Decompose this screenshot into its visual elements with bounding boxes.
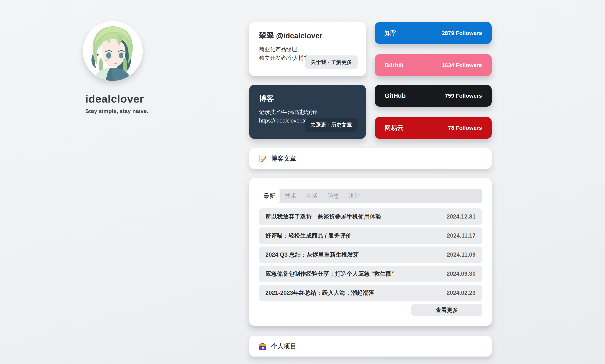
blog-posts-panel: 最新 技术 生活 随想 测评 所以我放弃了双持—兼谈折叠屏手机使用体验 2024…	[249, 178, 492, 326]
article-row[interactable]: 好评喵：轻松生成商品 / 服务评价 2024.11.17	[259, 227, 482, 244]
blog-card: 博客 记录技术/生活/随想/测评 https://idealclover.top…	[249, 85, 366, 139]
page-title: idealclover	[85, 92, 225, 105]
posts-tabbar: 最新 技术 生活 随想 测评	[259, 189, 482, 203]
article-row[interactable]: 应急储备包制作经验分享：打造个人应急 “救生圈” 2024.09.30	[259, 266, 482, 282]
article-date: 2024.11.17	[447, 232, 476, 239]
social-card-name: 网易云	[385, 124, 404, 132]
section-blog-posts: 博客文章	[249, 148, 492, 169]
tab-thoughts[interactable]: 随想	[323, 189, 344, 203]
blog-card-line: 记录技术/生活/随想/测评	[259, 108, 356, 116]
more-row: 查看更多	[259, 304, 482, 316]
avatar	[83, 21, 143, 81]
social-card-netease[interactable]: 网易云 78 Followers	[375, 117, 492, 139]
social-card-name: 知乎	[385, 29, 397, 37]
social-card-zhihu[interactable]: 知乎 2879 Followers	[375, 22, 492, 44]
section-title: 个人项目	[271, 342, 296, 351]
article-row[interactable]: 所以我放弃了双持—兼谈折叠屏手机使用体验 2024.12.31	[259, 208, 482, 225]
social-stack-bottom: GitHub 759 Followers 网易云 78 Followers	[375, 85, 492, 139]
social-card-bilibili[interactable]: Bilibili 1634 Followers	[375, 54, 492, 76]
social-card-followers: 1634 Followers	[442, 62, 482, 68]
social-stack-top: 知乎 2879 Followers Bilibili 1634 Follower…	[375, 22, 492, 76]
about-more-button[interactable]: 关于我 · 了解更多	[305, 55, 358, 69]
social-card-github[interactable]: GitHub 759 Followers	[375, 85, 492, 107]
social-card-name: GitHub	[385, 92, 406, 99]
social-card-followers: 78 Followers	[448, 125, 482, 131]
article-date: 2024.12.31	[447, 213, 476, 220]
blog-visit-button[interactable]: 去逛逛 · 历史文章	[305, 118, 358, 132]
article-title: 好评喵：轻松生成商品 / 服务评价	[265, 232, 351, 240]
article-date: 2024.11.09	[447, 251, 476, 258]
tab-latest[interactable]: 最新	[259, 189, 280, 203]
about-card: 翠翠 @idealclover 商业化产品经理 独立开发者/个人博主/Vocal…	[249, 22, 366, 76]
article-row[interactable]: 2021-2023年终总结：跃入人海，潮起潮落 2024.02.23	[259, 285, 482, 301]
about-card-line: 商业化产品经理	[259, 45, 356, 54]
article-date: 2024.09.30	[447, 271, 476, 277]
memo-icon	[259, 155, 267, 163]
blog-card-title: 博客	[259, 93, 356, 104]
section-projects: 个人项目	[249, 336, 492, 357]
article-row[interactable]: 2024 Q3 总结：灰烬里重新生根发芽 2024.11.09	[259, 247, 482, 263]
article-title: 2021-2023年终总结：跃入人海，潮起潮落	[265, 289, 374, 297]
tab-reviews[interactable]: 测评	[344, 189, 365, 203]
view-more-button[interactable]: 查看更多	[411, 304, 482, 316]
article-date: 2024.02.23	[447, 289, 476, 296]
profile-tagline: Stay simple, stay naive.	[85, 108, 225, 114]
social-card-name: Bilibili	[385, 62, 404, 69]
social-card-followers: 2879 Followers	[442, 30, 482, 36]
page: idealclover Stay simple, stay naive. 翠翠 …	[0, 0, 605, 364]
article-title: 2024 Q3 总结：灰烬里重新生根发芽	[265, 251, 359, 259]
top-row: 翠翠 @idealclover 商业化产品经理 独立开发者/个人博主/Vocal…	[249, 22, 492, 76]
anime-avatar-illustration	[83, 21, 143, 81]
tab-life[interactable]: 生活	[301, 189, 323, 203]
article-title: 应急储备包制作经验分享：打造个人应急 “救生圈”	[265, 270, 395, 278]
section-title: 博客文章	[271, 154, 296, 163]
social-card-followers: 759 Followers	[445, 93, 482, 99]
second-row: 博客 记录技术/生活/随想/测评 https://idealclover.top…	[249, 85, 492, 139]
tab-tech[interactable]: 技术	[280, 189, 301, 203]
toolbox-icon	[259, 342, 267, 350]
profile-block: idealclover Stay simple, stay naive.	[83, 21, 225, 114]
article-title: 所以我放弃了双持—兼谈折叠屏手机使用体验	[265, 213, 381, 221]
content-column: 翠翠 @idealclover 商业化产品经理 独立开发者/个人博主/Vocal…	[249, 22, 492, 357]
about-card-title: 翠翠 @idealclover	[259, 31, 356, 41]
